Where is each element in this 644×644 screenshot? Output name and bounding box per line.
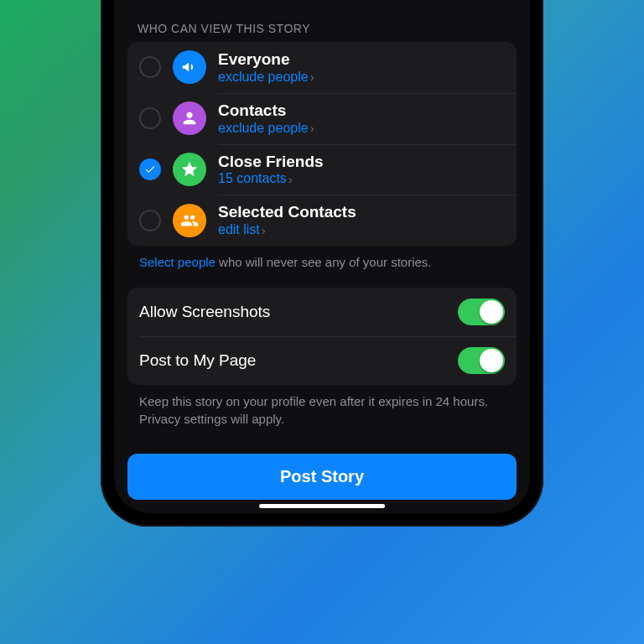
row-title: Contacts xyxy=(218,101,505,121)
toggle-allow-screenshots[interactable]: Allow Screenshots xyxy=(127,288,517,336)
megaphone-icon xyxy=(173,50,206,84)
audience-row-close-friends[interactable]: Close Friends 15 contacts › xyxy=(127,144,517,195)
options-footer: Keep this story on your profile even aft… xyxy=(127,385,517,428)
home-indicator[interactable] xyxy=(259,504,385,508)
row-title: Close Friends xyxy=(218,153,505,172)
radio-icon[interactable] xyxy=(139,56,161,78)
person-icon xyxy=(173,101,206,135)
row-sub-label: exclude people xyxy=(218,70,309,85)
chevron-right-icon: › xyxy=(310,70,314,84)
row-text: Everyone exclude people › xyxy=(218,50,505,85)
screen: WHO CAN VIEW THIS STORY Everyone exclude… xyxy=(114,0,530,513)
row-sub-label: 15 contacts xyxy=(218,171,287,186)
group-icon xyxy=(173,204,206,237)
row-sub-label: exclude people xyxy=(218,121,309,136)
options-card: Allow Screenshots Post to My Page xyxy=(127,288,517,385)
row-sublink[interactable]: edit list › xyxy=(218,222,266,237)
chevron-right-icon: › xyxy=(262,223,266,237)
audience-card: Everyone exclude people › Contacts xyxy=(127,42,517,246)
footer-rest: who will never see any of your stories. xyxy=(216,255,432,269)
chevron-right-icon: › xyxy=(310,121,314,135)
switch-icon[interactable] xyxy=(458,347,505,374)
star-icon xyxy=(173,153,206,186)
radio-icon[interactable] xyxy=(139,210,161,231)
audience-row-selected-contacts[interactable]: Selected Contacts edit list › xyxy=(127,195,517,246)
audience-footer: Select people who will never see any of … xyxy=(127,246,517,271)
row-sublink[interactable]: 15 contacts › xyxy=(218,171,293,186)
row-sublink[interactable]: exclude people › xyxy=(218,70,314,85)
toggle-label: Post to My Page xyxy=(139,351,256,370)
chevron-right-icon: › xyxy=(288,172,293,186)
audience-row-contacts[interactable]: Contacts exclude people › xyxy=(127,93,517,144)
row-text: Selected Contacts edit list › xyxy=(218,203,505,237)
post-story-button[interactable]: Post Story xyxy=(127,454,517,500)
row-sublink[interactable]: exclude people › xyxy=(218,121,314,136)
row-title: Selected Contacts xyxy=(218,203,505,222)
radio-icon[interactable] xyxy=(139,158,161,180)
switch-icon[interactable] xyxy=(458,299,505,325)
row-text: Close Friends 15 contacts › xyxy=(218,153,505,187)
row-title: Everyone xyxy=(218,50,505,70)
toggle-post-to-page[interactable]: Post to My Page xyxy=(127,336,517,385)
toggle-label: Allow Screenshots xyxy=(139,303,270,321)
radio-icon[interactable] xyxy=(139,107,161,129)
phone-frame: WHO CAN VIEW THIS STORY Everyone exclude… xyxy=(101,0,543,527)
row-sub-label: edit list xyxy=(218,222,260,237)
row-text: Contacts exclude people › xyxy=(218,101,505,136)
select-people-link[interactable]: Select people xyxy=(139,255,216,269)
audience-row-everyone[interactable]: Everyone exclude people › xyxy=(127,42,517,93)
section-header: WHO CAN VIEW THIS STORY xyxy=(127,22,517,42)
